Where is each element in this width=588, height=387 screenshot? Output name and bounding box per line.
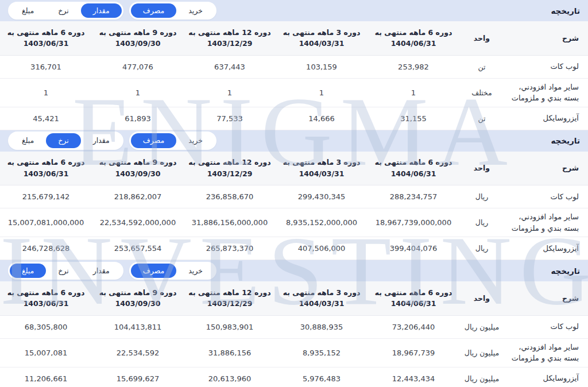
row-unit: میلیون ریال — [459, 338, 504, 367]
cell-value: 253,657,554 — [92, 237, 184, 260]
measure-toggle-group: مبلغنرخمقدار — [8, 262, 123, 280]
toggle-amount[interactable]: مبلغ — [10, 3, 46, 18]
row-description: سایر مواد افزودني، بسته بندي و ملزومات — [504, 338, 588, 367]
cell-value: 265,873,370 — [184, 237, 276, 260]
cell-value: 15,007,081,000,000 — [0, 208, 92, 237]
row-description: آیزروسایکل — [504, 107, 588, 130]
cell-value: 150,983,901 — [184, 315, 276, 338]
col-header-period: دوره 6 ماهه منتهی به1403/06/31 — [0, 281, 92, 315]
col-header-description: شرح — [504, 21, 588, 55]
cell-value: 246,728,628 — [0, 237, 92, 260]
cell-value: 15,007,081 — [0, 338, 92, 367]
history-title: تاریخچه — [547, 266, 580, 276]
cell-value: 12,443,434 — [368, 367, 459, 387]
row-description: سایر مواد افزودني، بسته بندي و ملزومات — [504, 208, 588, 237]
row-unit: میلیون ریال — [459, 367, 504, 387]
col-header-period: دوره 9 ماهه منتهی به1403/09/30 — [92, 21, 184, 55]
cell-value: 1 — [184, 78, 276, 107]
flow-toggle-group: مصرفخرید — [129, 2, 216, 20]
row-unit: تن — [459, 107, 504, 130]
cell-value: 1 — [276, 78, 368, 107]
toggle-quantity[interactable]: مقدار — [81, 3, 122, 18]
toggle-rate[interactable]: نرخ — [46, 133, 80, 148]
toggle-rate[interactable]: نرخ — [46, 264, 80, 278]
table-header-row: شرحواحددوره 6 ماهه منتهی به1404/06/31دور… — [0, 281, 588, 315]
table-header-row: شرحواحددوره 6 ماهه منتهی به1404/06/31دور… — [0, 21, 588, 55]
col-header-description: شرح — [504, 281, 588, 315]
table-row: آیزروسایکلتن31,15514,66677,53361,89345,4… — [0, 107, 588, 130]
cell-value: 31,886,156,000,000 — [184, 208, 276, 237]
history-table-quantity: شرحواحددوره 6 ماهه منتهی به1404/06/31دور… — [0, 21, 588, 130]
toggle-purchase[interactable]: خرید — [176, 3, 215, 18]
row-description: لوب کات — [504, 185, 588, 208]
cell-value: 477,076 — [92, 55, 184, 78]
cell-value: 104,413,811 — [92, 315, 184, 338]
cell-value: 18,967,739,000,000 — [368, 208, 459, 237]
toggle-quantity[interactable]: مقدار — [81, 133, 122, 148]
cell-value: 20,613,960 — [184, 367, 276, 387]
row-unit: مختلف — [459, 78, 504, 107]
toggle-consumption[interactable]: مصرف — [131, 3, 176, 18]
measure-toggle-group: مبلغنرخمقدار — [8, 131, 123, 150]
history-title: تاریخچه — [547, 6, 580, 16]
table-header-row: شرحواحددوره 6 ماهه منتهی به1404/06/31دور… — [0, 152, 588, 185]
cell-value: 68,305,800 — [0, 315, 92, 338]
table-row: سایر مواد افزودني، بسته بندي و ملزوماتمی… — [0, 338, 588, 367]
col-header-period: دوره 9 ماهه منتهی به1403/09/30 — [92, 281, 184, 315]
col-header-period: دوره 6 ماهه منتهی به1404/06/31 — [368, 21, 459, 55]
history-title: تاریخچه — [547, 136, 580, 145]
cell-value: 22,534,592,000,000 — [92, 208, 184, 237]
col-header-unit: واحد — [459, 281, 504, 315]
col-header-period: دوره 6 ماهه منتهی به1404/06/31 — [368, 281, 459, 315]
table-row: آیزروسایکلمیلیون ریال12,443,4345,976,483… — [0, 367, 588, 387]
col-header-period: دوره 3 ماهه منتهی به1404/03/31 — [276, 152, 368, 185]
history-table-rate: شرحواحددوره 6 ماهه منتهی به1404/06/31دور… — [0, 152, 588, 261]
cell-value: 1 — [92, 78, 184, 107]
cell-value: 18,967,739 — [368, 338, 459, 367]
col-header-period: دوره 6 ماهه منتهی به1403/06/31 — [0, 21, 92, 55]
toggle-rate[interactable]: نرخ — [46, 3, 80, 18]
col-header-period: دوره 6 ماهه منتهی به1404/06/31 — [368, 152, 459, 185]
cell-value: 637,443 — [184, 55, 276, 78]
row-description: لوب کات — [504, 55, 588, 78]
cell-value: 236,858,670 — [184, 185, 276, 208]
col-header-period: دوره 12 ماهه منتهی به1403/12/29 — [184, 152, 276, 185]
col-header-unit: واحد — [459, 152, 504, 185]
toggle-amount[interactable]: مبلغ — [10, 264, 46, 278]
row-description: سایر مواد افزودني، بسته بندي و ملزومات — [504, 78, 588, 107]
history-toolbar: مبلغنرخمقدارمصرفخریدتاریخچه — [0, 130, 588, 152]
toggle-purchase[interactable]: خرید — [176, 133, 215, 148]
row-description: لوب کات — [504, 315, 588, 338]
cell-value: 288,234,757 — [368, 185, 459, 208]
row-unit: تن — [459, 55, 504, 78]
toggle-purchase[interactable]: خرید — [176, 264, 215, 278]
col-header-period: دوره 3 ماهه منتهی به1404/03/31 — [276, 21, 368, 55]
measure-toggle-group: مبلغنرخمقدار — [8, 2, 123, 20]
row-unit: ریال — [459, 237, 504, 260]
cell-value: 253,982 — [368, 55, 459, 78]
cell-value: 30,888,935 — [276, 315, 368, 338]
row-unit: ریال — [459, 208, 504, 237]
toggle-groups: مبلغنرخمقدارمصرفخرید — [8, 131, 216, 150]
cell-value: 22,534,592 — [92, 338, 184, 367]
row-description: آیزروسایکل — [504, 237, 588, 260]
history-toolbar: مبلغنرخمقدارمصرفخریدتاریخچه — [0, 260, 588, 281]
toggle-consumption[interactable]: مصرف — [131, 133, 176, 148]
row-unit: میلیون ریال — [459, 315, 504, 338]
history-toolbar: مبلغنرخمقدارمصرفخریدتاریخچه — [0, 0, 588, 21]
table-row: سایر مواد افزودني، بسته بندي و ملزوماتری… — [0, 208, 588, 237]
cell-value: 316,701 — [0, 55, 92, 78]
table-row: لوب کاتتن253,982103,159637,443477,076316… — [0, 55, 588, 78]
cell-value: 61,893 — [92, 107, 184, 130]
cell-value: 15,699,627 — [92, 367, 184, 387]
row-unit: ریال — [459, 185, 504, 208]
cell-value: 407,506,000 — [276, 237, 368, 260]
toggle-quantity[interactable]: مقدار — [81, 264, 122, 278]
toggle-consumption[interactable]: مصرف — [131, 264, 176, 278]
flow-toggle-group: مصرفخرید — [129, 131, 216, 150]
cell-value: 399,404,076 — [368, 237, 459, 260]
history-table-amount: شرحواحددوره 6 ماهه منتهی به1404/06/31دور… — [0, 281, 588, 387]
toggle-amount[interactable]: مبلغ — [10, 133, 46, 148]
cell-value: 218,862,007 — [92, 185, 184, 208]
cell-value: 1 — [368, 78, 459, 107]
